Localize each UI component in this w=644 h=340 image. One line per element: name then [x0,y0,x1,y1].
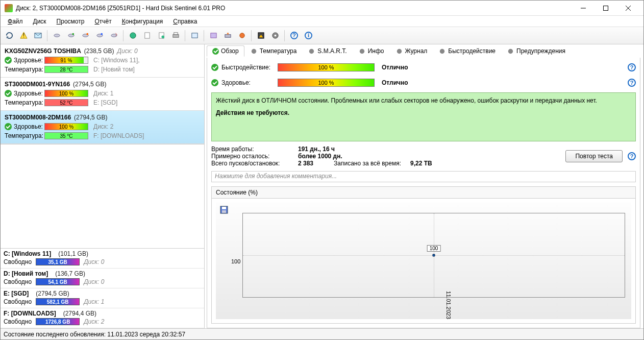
tool-button-2[interactable] [221,29,234,42]
thermometer-icon [250,47,258,55]
help-icon[interactable]: ? [628,152,636,160]
svg-rect-39 [222,207,226,209]
temp-bar: 52 °C [44,99,88,106]
disk-card[interactable]: KXG50ZNV256G TOSHIBA (238,5 GB) Диск: 0 … [1,44,204,78]
drive-letter: F: [DOWNLOADS] [93,132,144,139]
disk-button-2[interactable] [64,29,78,42]
menu-view[interactable]: Просмотр [53,17,89,26]
menubar: Файл Диск Просмотр Отчёт Конфигурация Сп… [1,16,643,27]
health-bar: 100 % [278,79,375,87]
perf-bar: 100 % [278,63,375,71]
free-label: Свободно [4,258,32,265]
disk-button-4[interactable] [93,29,106,42]
svg-text:!: ! [22,32,24,38]
check-icon [212,48,219,55]
right-panel: ОбзорТемператураS.M.A.R.T.ИнфоЖурналБыст… [205,44,643,328]
doc-button-1[interactable] [140,29,154,42]
tab-Температура[interactable]: Температура [244,45,303,57]
menu-disk[interactable]: Диск [29,17,51,26]
partition-row[interactable]: E: [SGD](2794,5 GB) Свободно582,1 GBДиск… [1,288,204,308]
partition-disk: Диск: 1 [84,298,104,305]
retest-button[interactable]: Повтор теста [565,150,623,162]
tab-Журнал[interactable]: Журнал [390,45,433,57]
tab-S.M.A.R.T.[interactable]: S.M.A.R.T. [302,45,352,57]
chart-point-label: 100 [427,245,441,252]
tab-label: Быстродействие [448,47,496,55]
menu-help[interactable]: Справка [169,17,201,26]
drive-letter: Диск: 2 [93,123,113,130]
health-bar: 91 % [44,57,88,64]
partition-row[interactable]: C: [Windows 11](101,1 GB) Свободно35,1 G… [1,249,204,269]
refresh-button[interactable] [3,29,16,42]
tab-Предупреждения[interactable]: Предупреждения [501,45,571,57]
svg-point-10 [86,33,88,35]
tab-Обзор[interactable]: Обзор [207,45,244,57]
temp-label: Температура: [5,132,43,139]
tab-label: Журнал [405,47,428,55]
status-line-2: Действия не требуются. [216,109,631,116]
print-button[interactable] [169,29,182,42]
menu-file[interactable]: Файл [4,17,27,26]
svg-rect-1 [604,6,608,10]
help-button[interactable]: ? [287,29,301,42]
settings-button[interactable] [188,29,201,42]
tab-label: Обзор [221,47,239,55]
chart-title: Состояние (%) [212,187,635,199]
partition-row[interactable]: F: [DOWNLOADS](2794,4 GB) Свободно1726,8… [1,308,204,328]
chart-area: 100 100 11.01.2023 [216,203,631,319]
disk-button-3[interactable] [79,29,92,42]
tool-button-5[interactable] [268,29,282,42]
runtime-v: 191 дн., 16 ч [298,145,335,153]
tool-button-1[interactable] [207,29,220,42]
disk-card[interactable]: ST3000DM008-2DM166 (2794,5 GB) Здоровье:… [1,111,204,144]
info-button[interactable]: i [302,29,315,42]
warning-icon [507,47,514,55]
tool-button-4[interactable] [254,29,267,42]
check-icon [211,79,218,86]
free-label: Свободно [4,298,32,305]
left-panel: KXG50ZNV256G TOSHIBA (238,5 GB) Диск: 0 … [1,44,205,328]
tab-Быстродействие[interactable]: Быстродействие [433,45,501,57]
help-icon[interactable]: ? [628,63,636,71]
drive-letter: Диск: 1 [93,90,113,97]
temp-label: Температура: [5,99,43,106]
mail-button[interactable] [31,29,44,42]
svg-rect-15 [144,33,149,38]
check-icon [5,57,12,64]
svg-point-36 [440,48,444,53]
svg-point-32 [251,48,256,53]
health-label: Здоровье: [14,123,43,130]
disk-number: Диск: 0 [117,47,138,55]
maximize-button[interactable] [595,1,617,15]
svg-point-12 [101,33,103,35]
disk-button-1[interactable] [50,29,63,42]
free-label: Свободно [4,318,32,325]
close-button[interactable] [617,1,639,15]
starts-v: 2 383 [298,160,313,167]
svg-point-33 [309,48,314,53]
comment-input[interactable]: Нажмите для добавления комментария... [211,171,636,182]
starts-k: Всего пусков/остановок: [211,160,298,167]
svg-rect-20 [191,33,197,38]
globe-button[interactable] [126,29,139,42]
tab-Инфо[interactable]: Инфо [353,45,390,57]
tool-button-3[interactable] [235,29,249,42]
disk-button-5[interactable] [107,29,120,42]
menu-config[interactable]: Конфигурация [118,17,167,26]
partition-size: (136,7 GB) [55,270,85,277]
minimize-button[interactable] [572,1,595,15]
app-icon [5,4,13,12]
disk-card[interactable]: ST3000DM001-9YN166 (2794,5 GB) Здоровье:… [1,78,204,111]
svg-rect-19 [174,33,178,35]
menu-report[interactable]: Отчёт [90,17,115,26]
help-icon[interactable]: ? [628,79,636,87]
written-v: 9,22 ТВ [410,160,432,167]
free-bar: 582,1 GB [36,298,80,305]
tab-label: S.M.A.R.T. [317,47,346,55]
remain-k: Примерно осталось: [211,153,298,160]
warning-button[interactable]: ! [17,29,30,42]
doc-button-2[interactable] [155,29,168,42]
save-icon[interactable] [220,206,228,214]
partition-row[interactable]: D: [Новий том](136,7 GB) Свободно54,1 GB… [1,269,204,288]
svg-point-34 [360,48,364,53]
